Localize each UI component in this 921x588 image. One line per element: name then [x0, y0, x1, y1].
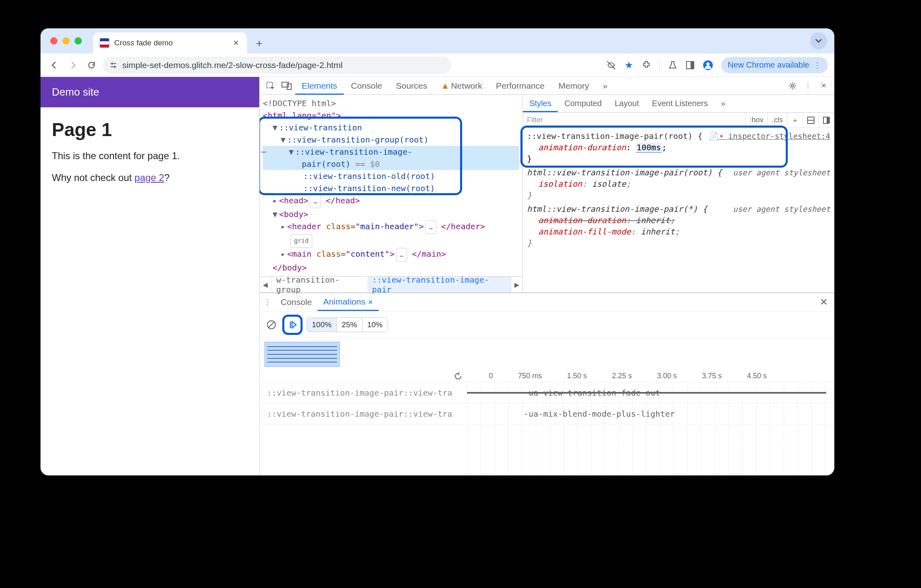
play-pause-button[interactable]: [282, 315, 303, 335]
devtools-tabs: Elements Console Sources ▲Network Perfor…: [260, 77, 834, 95]
more-menu-icon[interactable]: ⋮: [802, 80, 814, 92]
reload-button[interactable]: [84, 58, 99, 72]
favicon-icon: [100, 38, 109, 48]
tab-search-button[interactable]: [810, 32, 827, 49]
animations-drawer: ⋮ Console Animations ✕ ✕ 100%: [260, 293, 834, 475]
breadcrumb-left[interactable]: ◀: [260, 277, 271, 292]
playback-speed-group: 100% 25% 10%: [307, 317, 388, 332]
highlight-frame-dom: [260, 117, 462, 195]
speed-25[interactable]: 25%: [337, 318, 362, 332]
page-2-link[interactable]: page 2: [134, 172, 164, 183]
styles-tab-event[interactable]: Event Listeners: [646, 95, 714, 112]
anim-row-1-label: ::view-transition-image-pair::view-tra: [260, 388, 467, 398]
side-panel-icon[interactable]: [686, 61, 695, 70]
new-tab-button[interactable]: ＋: [250, 34, 268, 52]
browser-window: Cross fade demo ✕ ＋ simple-set-demos.gli…: [41, 28, 834, 475]
bookmark-star-icon[interactable]: ★: [625, 60, 633, 71]
breadcrumb-seg-2[interactable]: ::view-transition-image-pair: [367, 277, 511, 292]
chevron-down-icon: [815, 39, 822, 43]
styles-tab-computed[interactable]: Computed: [558, 95, 608, 112]
page-title: Page 1: [52, 119, 248, 141]
page-paragraph-1: This is the content for page 1.: [52, 150, 248, 162]
tab-title: Cross fade demo: [114, 38, 226, 47]
drawer-tab-console[interactable]: Console: [275, 294, 318, 310]
toolbar-icons: ★ New Chrome available ⋮: [606, 57, 828, 73]
kebab-menu-icon: ⋮: [813, 60, 821, 70]
tab-performance[interactable]: Performance: [489, 77, 551, 95]
dom-tree[interactable]: <!DOCTYPE html> <html lang="en"> ▼::view…: [260, 95, 522, 276]
anim-row-2-label: ::view-transition-image-pair::view-tra: [260, 409, 467, 419]
styles-tab-styles[interactable]: Styles: [523, 95, 558, 112]
device-toggle-icon[interactable]: [281, 80, 293, 92]
settings-gear-icon[interactable]: [787, 80, 799, 92]
drawer-close-button[interactable]: ✕: [813, 296, 834, 308]
inspect-element-icon[interactable]: [264, 80, 277, 92]
maximize-window-button[interactable]: [75, 37, 82, 45]
new-rule-button[interactable]: ＋: [787, 113, 803, 128]
elements-panel: <!DOCTYPE html> <html lang="en"> ▼::view…: [260, 95, 523, 292]
anim-row-1-track[interactable]: -ua-view-transition-fade-out: [467, 382, 834, 403]
animation-group-preview[interactable]: [264, 342, 340, 367]
speed-10[interactable]: 10%: [362, 318, 388, 332]
animation-timeline[interactable]: 0 750 ms 1.50 s 2.25 s 3.00 s 3.75 s 4.5…: [260, 370, 834, 475]
styles-panel: Styles Computed Layout Event Listeners »…: [523, 95, 834, 292]
page-header: Demo site: [41, 77, 259, 107]
svg-rect-10: [827, 117, 830, 124]
breadcrumb: ◀ w-transition-group ::view-transition-i…: [260, 276, 522, 292]
tab-elements[interactable]: Elements: [295, 77, 344, 95]
devtools-panel: Elements Console Sources ▲Network Perfor…: [259, 77, 834, 475]
extensions-icon[interactable]: [642, 60, 651, 70]
minimize-window-button[interactable]: [62, 37, 70, 45]
tab-bar: Cross fade demo ✕ ＋: [41, 28, 834, 53]
drawer-tab-animations[interactable]: Animations ✕: [318, 294, 379, 311]
anim-row-2-track[interactable]: -ua-mix-blend-mode-plus-lighter: [467, 403, 834, 424]
tab-network[interactable]: ▲Network: [435, 77, 489, 95]
tab-console[interactable]: Console: [345, 77, 389, 95]
rendering-icon[interactable]: [819, 113, 834, 128]
svg-point-7: [791, 85, 794, 87]
tabs-overflow[interactable]: »: [597, 77, 614, 95]
tab-sources[interactable]: Sources: [390, 77, 434, 95]
css-rules[interactable]: 📄• inspector-stylesheet:4 ::view-transit…: [523, 128, 834, 254]
rendered-page: Demo site Page 1 This is the content for…: [41, 77, 259, 475]
window-controls: [50, 28, 82, 53]
clear-animations-button[interactable]: [264, 318, 278, 332]
close-devtools-icon[interactable]: ✕: [817, 80, 829, 92]
tab-memory[interactable]: Memory: [552, 77, 596, 95]
update-label: New Chrome available: [728, 60, 809, 70]
computed-toggle-icon[interactable]: [803, 113, 819, 128]
play-icon: [288, 320, 297, 329]
svg-point-3: [706, 62, 710, 66]
drawer-menu-icon[interactable]: ⋮: [261, 296, 273, 308]
rewind-icon[interactable]: [454, 372, 462, 380]
close-tab-button[interactable]: ✕: [230, 36, 241, 50]
close-window-button[interactable]: [50, 37, 58, 45]
url-text: simple-set-demos.glitch.me/2-slow-cross-…: [122, 60, 445, 70]
styles-tab-layout[interactable]: Layout: [608, 95, 646, 112]
browser-tab[interactable]: Cross fade demo ✕: [93, 32, 247, 53]
update-chrome-button[interactable]: New Chrome available ⋮: [721, 57, 828, 73]
address-bar: simple-set-demos.glitch.me/2-slow-cross-…: [41, 53, 834, 77]
page-paragraph-2: Why not check out page 2?: [52, 172, 248, 183]
labs-icon[interactable]: [668, 60, 678, 70]
forward-button[interactable]: [66, 58, 80, 72]
back-button[interactable]: [47, 58, 62, 72]
speed-100[interactable]: 100%: [307, 318, 337, 332]
eye-off-icon[interactable]: [606, 60, 616, 70]
breadcrumb-right[interactable]: ▶: [511, 277, 522, 292]
highlight-frame-styles: [520, 126, 788, 168]
profile-icon[interactable]: [703, 60, 713, 70]
omnibox[interactable]: simple-set-demos.glitch.me/2-slow-cross-…: [103, 57, 451, 74]
svg-rect-1: [691, 62, 694, 69]
styles-tabs-overflow[interactable]: »: [714, 95, 732, 112]
breadcrumb-seg-1[interactable]: w-transition-group: [271, 277, 367, 292]
tune-icon: [109, 61, 117, 69]
